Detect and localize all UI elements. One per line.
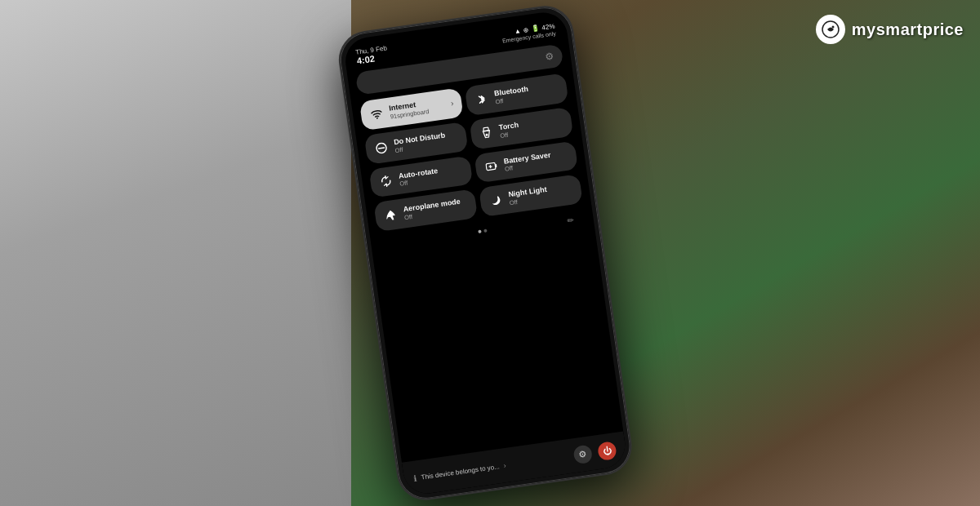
status-left: Thu, 9 Feb 4:02 — [355, 44, 389, 65]
logo-text: mysmartprice — [852, 20, 964, 39]
auto-rotate-tile-text: Auto-rotate Off — [398, 166, 439, 188]
svg-point-2 — [376, 118, 378, 119]
wifi-status-icon: ▲ — [514, 27, 521, 35]
edit-icon[interactable]: ✏ — [567, 215, 574, 225]
svg-line-10 — [489, 166, 492, 167]
night-light-tile-text: Night Light Off — [508, 185, 549, 206]
night-light-icon — [488, 193, 504, 209]
settings-button[interactable]: ⚙ — [572, 444, 593, 464]
torch-tile-text: Torch Off — [498, 121, 520, 140]
device-info-text: This device belongs to yo... — [421, 463, 500, 481]
internet-tile-arrow: › — [450, 99, 454, 108]
power-button[interactable]: ⏻ — [597, 441, 617, 461]
aeroplane-tile-text: Aeroplane mode Off — [403, 198, 462, 221]
sim-status-icon: ⊕ — [523, 26, 529, 34]
do-not-disturb-icon — [373, 140, 390, 156]
airplane-icon — [382, 207, 399, 224]
torch-icon — [479, 125, 495, 141]
device-info[interactable]: ℹ This device belongs to yo... › — [413, 451, 575, 482]
battery-saver-icon — [483, 158, 499, 175]
bluetooth-icon — [474, 91, 490, 107]
settings-gear-icon[interactable]: ⚙ — [545, 51, 555, 63]
page-dots — [478, 229, 487, 233]
logo-area: mysmartprice — [816, 15, 964, 44]
page-dot-1 — [478, 230, 482, 234]
dnd-tile-text: Do Not Disturb Off — [393, 131, 447, 153]
quick-settings-panel: ⚙ — [346, 38, 595, 262]
svg-line-4 — [379, 148, 385, 149]
background-floor — [0, 0, 351, 506]
svg-point-1 — [831, 26, 834, 29]
auto-rotate-icon — [378, 173, 394, 189]
internet-tile-text: Internet 91springboard — [389, 99, 430, 120]
battery-saver-tile-text: Battery Saver Off — [503, 150, 552, 173]
logo-icon — [816, 15, 845, 44]
torch-tile-status: Off — [500, 129, 520, 139]
device-info-arrow: › — [503, 461, 506, 469]
bluetooth-tile-text: Bluetooth Off — [493, 85, 529, 105]
battery-status-icon: 🔋 — [531, 24, 540, 33]
device-actions: ⚙ ⏻ — [572, 441, 617, 464]
svg-point-6 — [485, 133, 488, 135]
wifi-icon — [368, 106, 385, 122]
device-info-icon: ℹ — [413, 473, 417, 482]
